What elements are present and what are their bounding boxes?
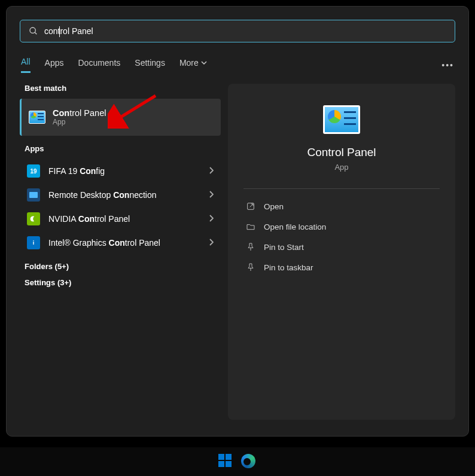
open-icon [246, 202, 255, 211]
app-result-item[interactable]: 19FIFA 19 Config [20, 159, 221, 183]
tab-apps[interactable]: Apps [45, 58, 64, 72]
best-match-item[interactable]: Control Panel App [20, 99, 221, 136]
chevron-right-icon[interactable] [209, 191, 214, 200]
tab-all[interactable]: All [21, 57, 31, 73]
tab-documents[interactable]: Documents [78, 58, 120, 72]
tab-settings[interactable]: Settings [135, 58, 165, 72]
preview-pane: Control Panel App Open Open file locatio… [228, 84, 455, 420]
control-panel-icon-large [323, 105, 360, 134]
divider [243, 188, 440, 189]
search-icon [29, 26, 38, 36]
fifa-icon: 19 [27, 164, 40, 178]
best-match-subtitle: App [53, 118, 106, 126]
app-result-item[interactable]: Remote Desktop Connection [20, 183, 221, 207]
chevron-right-icon[interactable] [209, 167, 214, 176]
app-result-label: NVIDIA Control Panel [48, 214, 200, 224]
filter-tabs: All Apps Documents Settings More ••• [20, 57, 455, 73]
app-result-item[interactable]: NVIDIA Control Panel [20, 207, 221, 231]
preview-subtitle: App [243, 163, 440, 172]
taskbar [0, 447, 475, 476]
action-open-location[interactable]: Open file location [243, 216, 440, 237]
action-pin-start[interactable]: Pin to Start [243, 237, 440, 257]
preview-title: Control Panel [243, 146, 440, 159]
apps-header: Apps [25, 144, 221, 153]
nvidia-icon [27, 212, 40, 225]
tab-more[interactable]: More [179, 58, 207, 72]
chevron-right-icon[interactable] [209, 239, 214, 248]
app-result-item[interactable]: iIntel® Graphics Control Panel [20, 231, 221, 255]
options-button[interactable]: ••• [441, 60, 454, 70]
app-result-label: FIFA 19 Config [48, 166, 200, 176]
start-button[interactable] [218, 454, 234, 469]
rdp-icon [27, 188, 40, 202]
windows-icon [218, 454, 232, 467]
results-column: Best match Control Panel App Apps 19FIFA… [20, 84, 221, 420]
folders-group[interactable]: Folders (5+) [25, 262, 221, 271]
best-match-title: Control Panel [53, 108, 106, 118]
edge-icon [241, 454, 255, 468]
pin-icon [246, 263, 255, 272]
edge-button[interactable] [241, 454, 257, 469]
pin-icon [246, 242, 255, 252]
app-result-label: Remote Desktop Connection [48, 190, 200, 200]
action-open[interactable]: Open [243, 196, 440, 216]
best-match-header: Best match [25, 84, 221, 93]
intel-icon: i [27, 236, 40, 249]
svg-line-1 [35, 32, 36, 34]
search-box[interactable] [20, 20, 455, 42]
action-pin-taskbar[interactable]: Pin to taskbar [243, 257, 440, 277]
start-search-panel: All Apps Documents Settings More ••• Bes… [6, 6, 469, 437]
chevron-right-icon[interactable] [209, 215, 214, 224]
search-input[interactable] [44, 26, 446, 36]
control-panel-icon [29, 111, 45, 124]
folder-icon [246, 222, 255, 231]
settings-group[interactable]: Settings (3+) [25, 278, 221, 287]
chevron-down-icon [201, 60, 207, 66]
app-result-label: Intel® Graphics Control Panel [48, 238, 200, 248]
svg-point-0 [30, 28, 35, 33]
